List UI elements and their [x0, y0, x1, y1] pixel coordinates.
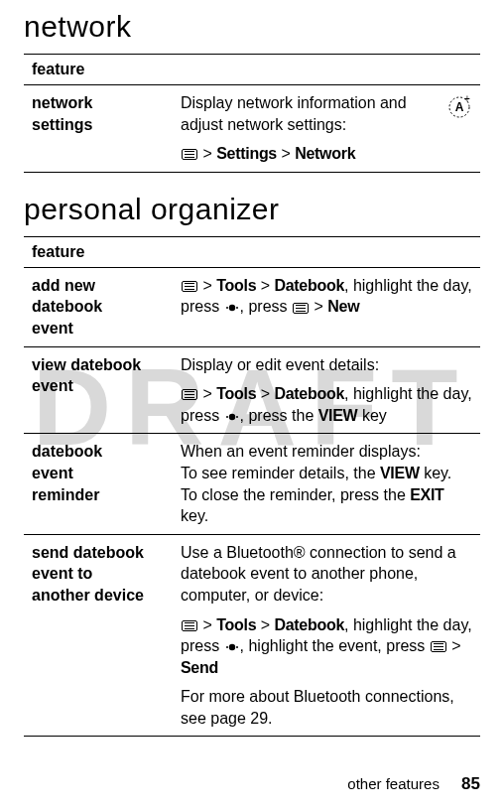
svg-text:A: A — [455, 100, 464, 114]
svg-point-6 — [228, 413, 234, 419]
menu-key-icon — [431, 641, 446, 652]
svg-point-8 — [236, 416, 238, 418]
menu-key-icon — [182, 389, 197, 400]
footer-section: other features — [347, 775, 440, 792]
row-desc-add-event: > Tools > Datebook, highlight the day, p… — [173, 267, 480, 346]
row-label-reminder: datebook event reminder — [24, 434, 173, 534]
row-label-view-event: view datebook event — [24, 346, 173, 434]
svg-text:+: + — [464, 94, 470, 104]
row-desc-network-settings: A + Display network information and adju… — [173, 85, 480, 173]
nav-key-icon — [225, 301, 239, 315]
row-desc-view-event: Display or edit event details: > Tools >… — [173, 346, 480, 434]
page-number: 85 — [461, 774, 480, 793]
svg-point-7 — [226, 416, 228, 418]
row-label-add-event: add new datebook event — [24, 267, 173, 346]
operator-dependent-icon: A + — [446, 94, 472, 120]
row-label-send-event: send datebook event to another device — [24, 534, 173, 737]
svg-point-5 — [236, 307, 238, 309]
heading-personal-organizer: personal organizer — [24, 193, 480, 226]
menu-key-icon — [182, 281, 197, 292]
page-content: network feature network settings A + Dis… — [24, 10, 480, 737]
menu-key-icon — [182, 149, 197, 160]
row-label-network-settings: network settings — [24, 85, 173, 173]
nav-key-icon — [225, 410, 239, 424]
organizer-table: feature add new datebook event > Tools >… — [24, 236, 480, 738]
page-footer: other features 85 — [347, 774, 480, 794]
svg-point-11 — [236, 646, 238, 648]
table-header: feature — [24, 55, 480, 85]
row-desc-reminder: When an event reminder displays: To see … — [173, 434, 480, 534]
network-table: feature network settings A + Display net… — [24, 54, 480, 173]
nav-key-icon — [225, 640, 239, 654]
row-desc-send-event: Use a Bluetooth® connection to send a da… — [173, 534, 480, 737]
svg-point-3 — [228, 305, 234, 311]
table-header: feature — [24, 236, 480, 267]
svg-point-4 — [226, 307, 228, 309]
svg-point-9 — [228, 644, 234, 650]
menu-key-icon — [182, 620, 197, 631]
menu-key-icon — [293, 303, 309, 314]
heading-network: network — [24, 10, 480, 44]
svg-point-10 — [226, 646, 228, 648]
